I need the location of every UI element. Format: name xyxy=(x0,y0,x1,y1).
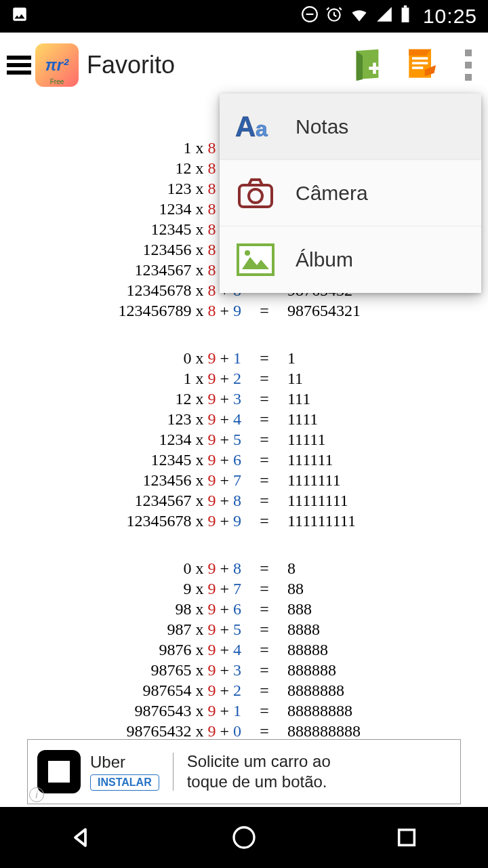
equation-row: 123 x 9 + 4=1111 xyxy=(75,409,413,429)
svg-rect-19 xyxy=(399,830,415,846)
equation-row: 12 x 9 + 3=111 xyxy=(75,389,413,409)
menu-button[interactable] xyxy=(7,52,31,78)
equation-row: 98 x 9 + 6=888 xyxy=(75,599,413,619)
equation-row: 98765432 x 9 + 0=888888888 xyxy=(75,721,413,741)
app-bar: πr² Free Favorito xyxy=(0,33,488,98)
svg-point-17 xyxy=(245,250,250,256)
equation-block-2: 0 x 9 + 1=11 x 9 + 2=1112 x 9 + 3=111123… xyxy=(75,348,413,531)
popup-item-notas[interactable]: Aa Notas xyxy=(220,94,481,160)
signal-icon xyxy=(375,5,393,28)
popup-item-album[interactable]: Álbum xyxy=(220,226,481,293)
svg-rect-4 xyxy=(404,5,407,7)
equation-row: 1 x 9 + 2=11 xyxy=(75,368,413,389)
svg-rect-6 xyxy=(373,63,376,74)
equation-row: 0 x 9 + 1=1 xyxy=(75,348,413,368)
album-icon xyxy=(235,239,277,281)
edit-note-button[interactable] xyxy=(403,46,441,84)
svg-rect-8 xyxy=(412,57,428,60)
equation-row: 9876 x 9 + 4=88888 xyxy=(75,639,413,660)
alarm-icon xyxy=(325,5,343,28)
equation-row: 123456789 x 8 + 9=987654321 xyxy=(75,300,413,321)
equation-row: 12345678 x 9 + 9=111111111 xyxy=(75,511,413,531)
equation-row: 987 x 9 + 5=8888 xyxy=(75,619,413,639)
popup-label: Álbum xyxy=(296,248,353,271)
svg-rect-9 xyxy=(412,62,428,64)
camera-icon xyxy=(235,172,277,214)
ad-info-icon[interactable]: i xyxy=(29,787,44,802)
ad-brand: Uber xyxy=(90,753,125,772)
text-icon: Aa xyxy=(235,106,277,148)
equation-row: 9876543 x 9 + 1=88888888 xyxy=(75,701,413,721)
status-time: 10:25 xyxy=(423,5,477,28)
svg-rect-15 xyxy=(238,245,273,275)
equation-row: 0 x 9 + 8=8 xyxy=(75,558,413,578)
svg-rect-3 xyxy=(402,7,409,22)
svg-text:A: A xyxy=(235,111,256,142)
equation-row: 12345 x 9 + 6=111111 xyxy=(75,450,413,470)
system-nav-bar xyxy=(0,807,488,868)
equation-row: 123456 x 9 + 7=1111111 xyxy=(75,470,413,490)
picture-icon xyxy=(11,5,28,28)
app-title: Favorito xyxy=(87,51,348,79)
svg-rect-10 xyxy=(412,66,423,68)
popup-label: Câmera xyxy=(296,182,368,205)
equation-row: 987654 x 9 + 2=8888888 xyxy=(75,680,413,701)
equation-row: 9 x 9 + 7=88 xyxy=(75,578,413,599)
popup-item-camera[interactable]: Câmera xyxy=(220,160,481,226)
popup-label: Notas xyxy=(296,115,348,138)
popup-menu: Aa Notas Câmera Álbum xyxy=(220,94,481,293)
equation-row: 1234 x 9 + 5=11111 xyxy=(75,429,413,450)
svg-text:a: a xyxy=(256,117,268,141)
ad-banner[interactable]: Uber INSTALAR Solicite um carro aotoque … xyxy=(27,739,461,804)
equation-block-3: 0 x 9 + 8=89 x 9 + 7=8898 x 9 + 6=888987… xyxy=(75,558,413,741)
dnd-icon xyxy=(301,5,319,28)
recent-button[interactable] xyxy=(392,823,422,852)
ad-text: Solicite um carro aotoque de um botão. xyxy=(187,751,331,792)
wifi-icon xyxy=(350,5,369,28)
equation-row: 1234567 x 9 + 8=11111111 xyxy=(75,490,413,511)
equation-row: 98765 x 9 + 3=888888 xyxy=(75,660,413,680)
overflow-menu-button[interactable] xyxy=(465,50,472,81)
back-button[interactable] xyxy=(66,823,96,852)
ad-install-button[interactable]: INSTALAR xyxy=(90,774,159,791)
svg-point-18 xyxy=(234,827,254,848)
battery-icon xyxy=(400,5,411,28)
add-note-button[interactable] xyxy=(348,46,386,84)
status-bar: 10:25 xyxy=(0,0,488,33)
uber-icon xyxy=(37,750,81,793)
app-icon: πr² Free xyxy=(35,43,79,87)
home-button[interactable] xyxy=(229,823,259,852)
svg-point-14 xyxy=(249,189,262,203)
